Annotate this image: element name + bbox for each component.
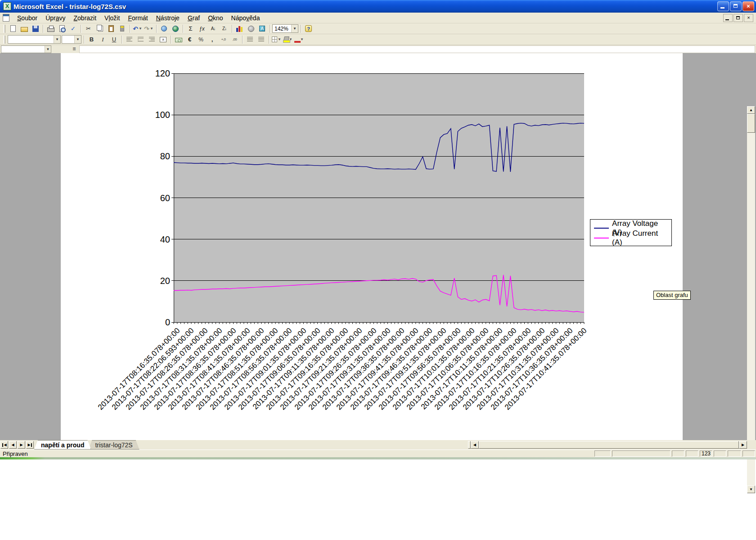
legend-item-current[interactable]: Array Current (A): [594, 233, 669, 243]
minimize-button[interactable]: [717, 1, 729, 11]
toolbar-grip[interactable]: [4, 36, 5, 44]
sheet-tab-napeti-a-proud[interactable]: napětí a proud: [34, 440, 91, 450]
undo-dropdown-icon[interactable]: ▼: [139, 27, 142, 31]
comma-style-icon: ,: [208, 36, 216, 43]
font-size-combo-dropdown-icon[interactable]: ▼: [74, 36, 81, 43]
equals-button[interactable]: =: [70, 46, 78, 53]
scroll-down-button[interactable]: ▼: [747, 486, 755, 493]
undo-button[interactable]: ↶▼: [132, 24, 143, 33]
percent-style-button[interactable]: %: [196, 35, 206, 44]
chart-wizard-icon: [236, 25, 243, 32]
horizontal-scrollbar-track[interactable]: [479, 441, 739, 449]
italic-button[interactable]: I: [98, 35, 108, 44]
toolbar-grip[interactable]: [4, 25, 5, 33]
next-sheet-button[interactable]: ▶: [18, 441, 25, 449]
name-box[interactable]: ▼: [1, 45, 51, 53]
euro-style-button[interactable]: €: [184, 35, 195, 44]
restore-button[interactable]: [730, 1, 742, 11]
copy-button[interactable]: [94, 24, 105, 33]
menu-item-vloit[interactable]: Vložit: [100, 13, 124, 23]
currency-style-button[interactable]: [173, 35, 184, 44]
scroll-up-button[interactable]: ▲: [747, 106, 755, 114]
comma-style-button[interactable]: ,: [207, 35, 217, 44]
name-box-dropdown-icon[interactable]: ▼: [45, 46, 51, 53]
align-right-button[interactable]: [147, 35, 157, 44]
align-left-button[interactable]: [124, 35, 135, 44]
menu-item-soubor[interactable]: Soubor: [13, 13, 41, 23]
vertical-scrollbar[interactable]: ▲ ▼: [747, 106, 755, 493]
autosum-button[interactable]: Σ: [185, 24, 196, 33]
menu-item-nstroje[interactable]: Nástroje: [152, 13, 184, 23]
paste-function-icon: ƒx: [198, 25, 206, 32]
format-painter-button[interactable]: [117, 24, 127, 33]
sheet-tab-tristar-log72s[interactable]: tristar-log72S: [88, 440, 139, 450]
insert-hyperlink-button[interactable]: [159, 24, 169, 33]
zoom-level-dropdown-icon[interactable]: ▼: [291, 25, 298, 32]
sort-descending-button[interactable]: Z↓: [219, 24, 230, 33]
print-button[interactable]: [45, 24, 56, 33]
increase-indent-button[interactable]: [256, 35, 266, 44]
previous-sheet-button[interactable]: ◀: [9, 441, 17, 449]
last-sheet-button[interactable]: ▶: [26, 441, 34, 449]
font-size-combo[interactable]: ▼: [62, 35, 81, 44]
office-assistant-help-button[interactable]: ?: [303, 24, 314, 33]
tab-strip-empty-area: [140, 440, 468, 450]
borders-button[interactable]: ▼: [271, 35, 282, 44]
map-button[interactable]: [246, 24, 256, 33]
workbook-restore-button[interactable]: [734, 14, 743, 22]
paste-function-button[interactable]: ƒx: [197, 24, 207, 33]
workbook-minimize-icon: [725, 19, 729, 20]
current-line-sample: [594, 238, 609, 238]
font-name-combo-dropdown-icon[interactable]: ▼: [54, 36, 60, 43]
paste-button[interactable]: [106, 24, 116, 33]
font-color-dropdown-icon[interactable]: ▼: [300, 37, 304, 41]
decrease-decimal-button[interactable]: ,00: [230, 35, 240, 44]
close-button[interactable]: ×: [742, 1, 754, 11]
borders-dropdown-icon[interactable]: ▼: [278, 37, 281, 41]
redo-button[interactable]: ↷▼: [144, 24, 154, 33]
zoom-level[interactable]: 142%▼: [272, 24, 298, 33]
menu-item-okno[interactable]: Okno: [204, 13, 227, 23]
underline-button[interactable]: U: [109, 35, 119, 44]
increase-decimal-button[interactable]: +,0: [218, 35, 229, 44]
undo-icon: ↶: [133, 25, 138, 32]
print-preview-button[interactable]: [57, 24, 67, 33]
menu-item-zobrazit[interactable]: Zobrazit: [70, 13, 101, 23]
cut-button[interactable]: ✂: [83, 24, 94, 33]
save-button[interactable]: [30, 24, 40, 33]
font-name-combo[interactable]: ▼: [8, 35, 61, 44]
workbook-minimize-button[interactable]: [723, 14, 733, 22]
status-panel: [672, 450, 684, 457]
menu-item-graf[interactable]: Graf: [184, 13, 204, 23]
align-center-button[interactable]: [135, 35, 146, 44]
hscroll-left-button[interactable]: ◀: [471, 441, 479, 449]
font-color-button[interactable]: ▼: [294, 35, 304, 44]
bold-button[interactable]: B: [86, 35, 97, 44]
title-bar[interactable]: X Microsoft Excel - tristar-log72S.csv ×: [0, 0, 756, 13]
first-sheet-button[interactable]: ◀: [0, 441, 8, 449]
chart-wizard-button[interactable]: [234, 24, 245, 33]
fill-color-button[interactable]: ▼: [283, 35, 293, 44]
merge-center-button[interactable]: a: [158, 35, 168, 44]
redo-dropdown-icon[interactable]: ▼: [150, 27, 153, 31]
formula-input[interactable]: [79, 45, 755, 53]
menu-item-formt[interactable]: Formát: [124, 13, 152, 23]
web-toolbar-button[interactable]: [170, 24, 180, 33]
menu-item-npovda[interactable]: Nápověda: [227, 13, 264, 23]
new-document-icon: [10, 25, 16, 32]
chart-legend[interactable]: Array Voltage (V) Array Current (A): [590, 219, 672, 246]
taskbar-top-edge: [0, 457, 756, 459]
new-document-button[interactable]: [8, 24, 18, 33]
hscroll-right-button[interactable]: ▶: [739, 441, 747, 449]
menu-item-pravy[interactable]: Úpravy: [41, 13, 69, 23]
decrease-indent-button[interactable]: [245, 35, 255, 44]
spelling-icon: ✓: [69, 25, 77, 32]
sort-ascending-button[interactable]: A↓: [208, 24, 218, 33]
autosum-icon: Σ: [187, 25, 194, 32]
drawing-button[interactable]: A: [257, 24, 267, 33]
workbook-close-button[interactable]: ×: [744, 14, 753, 22]
vertical-scrollbar-thumb[interactable]: [747, 114, 755, 133]
spelling-button[interactable]: ✓: [68, 24, 78, 33]
open-folder-button[interactable]: [19, 24, 29, 33]
chart-sheet[interactable]: 020406080100120 2013-07-17T08:16:35.078+…: [61, 53, 683, 440]
